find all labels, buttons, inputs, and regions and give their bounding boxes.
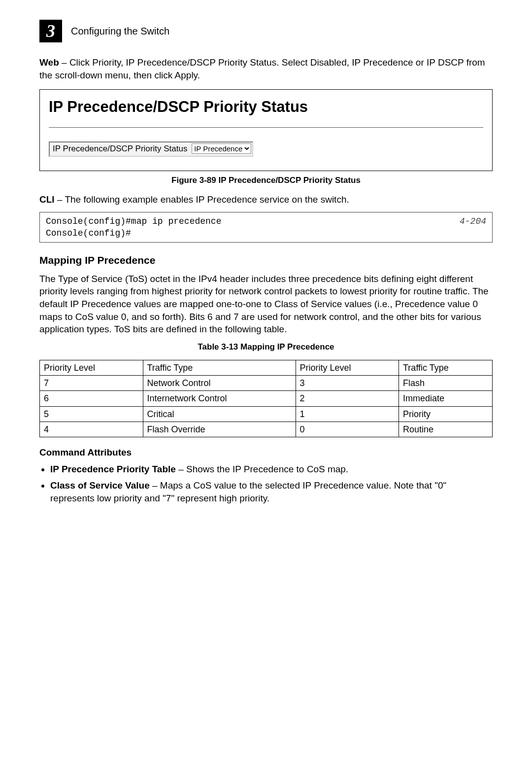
- table-header-cell: Priority Level: [40, 360, 143, 375]
- table-header-cell: Traffic Type: [399, 360, 493, 375]
- cli-ref: 4-204: [460, 215, 486, 240]
- cli-body: – The following example enables IP Prece…: [55, 194, 349, 205]
- table-cell: 6: [40, 391, 143, 406]
- table-caption: Table 3-13 Mapping IP Precedence: [39, 342, 493, 353]
- list-item: IP Precedence Priority Table – Shows the…: [50, 463, 493, 476]
- table-header-cell: Priority Level: [296, 360, 399, 375]
- cli-lines: Console(config)#map ip precedence Consol…: [46, 215, 221, 240]
- command-attributes-title: Command Attributes: [39, 446, 493, 459]
- table-row: 5Critical1Priority: [40, 406, 493, 422]
- chapter-title: Configuring the Switch: [71, 25, 169, 38]
- screenshot-divider: [49, 127, 483, 128]
- command-attributes-list: IP Precedence Priority Table – Shows the…: [50, 463, 493, 505]
- table-row: 4Flash Override0Routine: [40, 422, 493, 437]
- figure-caption: Figure 3-89 IP Precedence/DSCP Priority …: [39, 175, 493, 186]
- bullet-lead: IP Precedence Priority Table: [50, 464, 176, 474]
- table-header-cell: Traffic Type: [143, 360, 296, 375]
- status-widget: IP Precedence/DSCP Priority Status Disab…: [49, 141, 253, 157]
- precedence-table: Priority LevelTraffic TypePriority Level…: [39, 360, 493, 437]
- section-title: Mapping IP Precedence: [39, 253, 493, 267]
- table-cell: Flash: [399, 376, 493, 391]
- page-number: 3-150: [39, 771, 493, 774]
- table-cell: 0: [296, 422, 399, 437]
- table-cell: Priority: [399, 406, 493, 422]
- table-cell: Immediate: [399, 391, 493, 406]
- cli-lead: CLI: [39, 194, 55, 205]
- web-lead: Web: [39, 57, 59, 68]
- screenshot-frame: IP Precedence/DSCP Priority Status IP Pr…: [39, 89, 493, 171]
- table-cell: Internetwork Control: [143, 391, 296, 406]
- table-row: 6Internetwork Control2Immediate: [40, 391, 493, 406]
- web-body: – Click Priority, IP Precedence/DSCP Pri…: [39, 57, 485, 80]
- cli-intro-paragraph: CLI – The following example enables IP P…: [39, 193, 493, 206]
- table-cell: 7: [40, 376, 143, 391]
- table-cell: Flash Override: [143, 422, 296, 437]
- table-cell: 3: [296, 376, 399, 391]
- table-cell: 4: [40, 422, 143, 437]
- table-row: 7Network Control3Flash: [40, 376, 493, 391]
- list-item: Class of Service Value – Maps a CoS valu…: [50, 479, 493, 504]
- table-cell: 5: [40, 406, 143, 422]
- cli-box: Console(config)#map ip precedence Consol…: [39, 212, 493, 243]
- bullet-lead: Class of Service Value: [50, 480, 150, 491]
- table-cell: Routine: [399, 422, 493, 437]
- web-intro-paragraph: Web – Click Priority, IP Precedence/DSCP…: [39, 56, 493, 81]
- chapter-number-badge: 3: [39, 20, 62, 42]
- table-cell: 2: [296, 391, 399, 406]
- page-header: 3 Configuring the Switch: [39, 20, 493, 42]
- bullet-body: – Shows the IP Precedence to CoS map.: [176, 464, 348, 474]
- table-cell: 1: [296, 406, 399, 422]
- section-body: The Type of Service (ToS) octet in the I…: [39, 273, 493, 336]
- table-cell: Network Control: [143, 376, 296, 391]
- table-header-row: Priority LevelTraffic TypePriority Level…: [40, 360, 493, 375]
- table-cell: Critical: [143, 406, 296, 422]
- status-label: IP Precedence/DSCP Priority Status: [51, 143, 189, 154]
- status-select[interactable]: DisabledIP PrecedenceIP DSCP: [192, 143, 251, 154]
- screenshot-title: IP Precedence/DSCP Priority Status: [49, 97, 483, 117]
